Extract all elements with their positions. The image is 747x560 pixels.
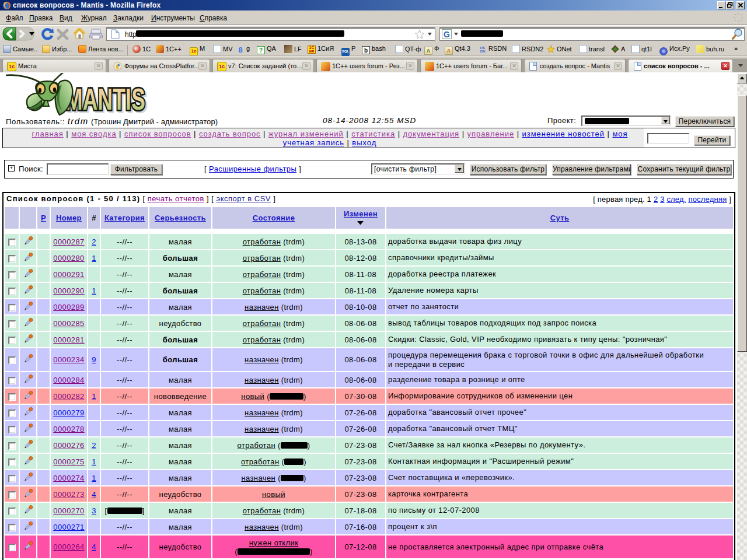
svg-text:MANTIS: MANTIS xyxy=(65,83,145,116)
